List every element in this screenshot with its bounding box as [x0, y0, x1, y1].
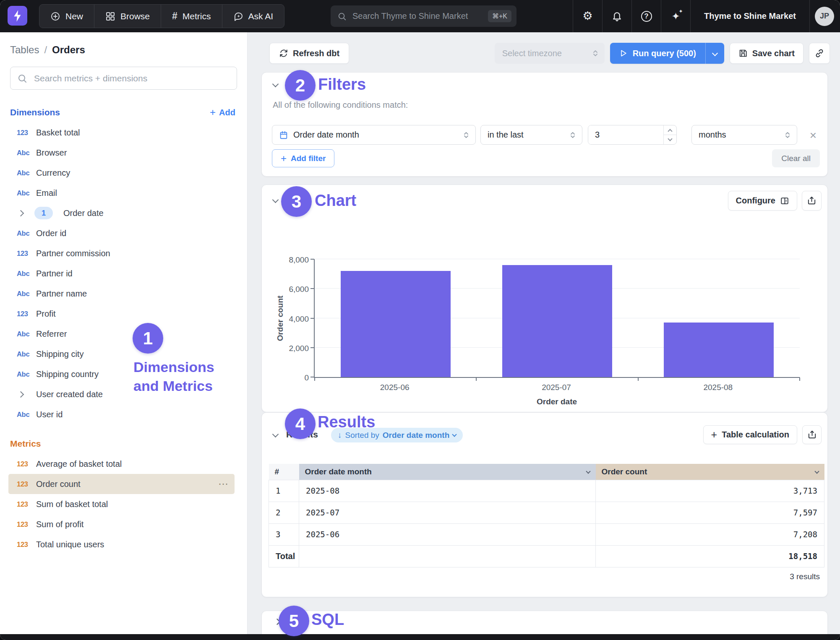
sidebar-metric-order-count[interactable]: 123 Order count ⋯ — [8, 474, 235, 494]
metric-cell[interactable]: 7,597 — [596, 502, 824, 523]
sidebar-dimension-order-id[interactable]: Abc Order id — [8, 223, 235, 243]
sidebar-dimension-email[interactable]: Abc Email — [8, 183, 235, 203]
collapse-chart-chevron[interactable] — [272, 197, 279, 203]
timezone-select[interactable]: Select timezone — [495, 43, 605, 64]
app-logo[interactable] — [8, 6, 27, 26]
sidebar-dimension-partner-name[interactable]: Abc Partner name — [8, 284, 235, 304]
fields-search-input[interactable] — [33, 73, 230, 84]
expand-chevron-icon[interactable] — [18, 391, 24, 398]
field-menu-button[interactable]: ⋯ — [218, 479, 229, 489]
expand-sql-chevron[interactable] — [274, 619, 281, 625]
save-icon — [738, 49, 748, 58]
string-type-icon: Abc — [17, 370, 36, 378]
sidebar-dimension-currency[interactable]: Abc Currency — [8, 163, 235, 183]
field-label: Partner name — [36, 289, 87, 299]
run-query-label: Run query (500) — [633, 49, 696, 58]
export-chart-button[interactable] — [802, 191, 822, 211]
search-icon — [17, 73, 27, 83]
sql-card-title: SQL — [285, 617, 303, 627]
sorted-by-pill[interactable]: ↓ Sorted by Order date month — [331, 428, 463, 442]
ask-ai-button[interactable]: Ask AI — [222, 5, 284, 28]
help-icon: ? — [641, 11, 652, 22]
run-query-dropdown[interactable] — [705, 43, 724, 64]
share-link-button[interactable] — [809, 43, 830, 64]
dimension-column-header[interactable]: Order date month — [299, 464, 596, 480]
filter-value-field[interactable] — [588, 125, 663, 144]
fields-search[interactable] — [10, 67, 237, 90]
add-filter-button[interactable]: + Add filter — [272, 149, 334, 167]
run-query-button[interactable]: Run query (500) — [610, 43, 724, 64]
numeric-type-icon: 123 — [17, 541, 36, 549]
global-search[interactable]: ⌘+K — [331, 5, 517, 27]
sidebar-dimension-basket-total[interactable]: 123 Basket total — [8, 122, 235, 143]
bar-2025-07[interactable] — [502, 265, 612, 377]
help-button[interactable]: ? — [631, 0, 661, 32]
table-calculation-button[interactable]: + Table calculation — [703, 425, 797, 444]
whats-new-button[interactable]: ✦✦ — [661, 0, 690, 32]
clear-all-button[interactable]: Clear all — [772, 149, 820, 167]
string-type-icon: Abc — [17, 189, 36, 197]
sidebar-dimension-referrer[interactable]: Abc Referrer — [8, 324, 235, 344]
metric-cell[interactable]: 7,208 — [596, 523, 824, 545]
sidebar-dimension-order-date[interactable]: 1 Order date — [8, 203, 235, 223]
export-results-button[interactable] — [802, 425, 822, 444]
navbar-right: ⚙ ? ✦✦ Thyme to Shine Market JP — [573, 0, 840, 32]
string-type-icon: Abc — [17, 169, 36, 177]
sidebar-dimension-user-created-date[interactable]: User created date — [8, 384, 235, 404]
metric-column-header[interactable]: Order count — [596, 464, 824, 480]
sidebar-dimension-shipping-city[interactable]: Abc Shipping city — [8, 344, 235, 364]
global-search-input[interactable] — [352, 11, 488, 21]
dimension-cell[interactable]: 2025-07 — [299, 502, 596, 523]
browse-button[interactable]: Browse — [94, 5, 161, 28]
increment-button[interactable] — [664, 125, 676, 135]
y-tick-label: 6,000 — [262, 284, 309, 294]
filter-value-input[interactable] — [588, 125, 677, 145]
bar-2025-08[interactable] — [664, 323, 774, 377]
sidebar-dimension-shipping-country[interactable]: Abc Shipping country — [8, 364, 235, 384]
dimension-cell[interactable]: 2025-06 — [299, 523, 596, 545]
filter-operator-select[interactable]: in the last — [480, 125, 582, 145]
y-tick-label: 2,000 — [262, 343, 309, 354]
bottom-panel-edge — [0, 634, 840, 640]
settings-button[interactable]: ⚙ — [573, 0, 602, 32]
refresh-dbt-button[interactable]: Refresh dbt — [269, 43, 349, 64]
sidebar-metric-total-unique-users[interactable]: 123 Total unique users — [8, 534, 235, 554]
refresh-label: Refresh dbt — [293, 49, 339, 58]
filter-field-select[interactable]: Order date month — [272, 125, 476, 145]
sql-card: SQL — [261, 611, 828, 635]
refresh-icon — [279, 49, 288, 58]
expand-chevron-icon[interactable] — [18, 210, 24, 216]
run-query-main[interactable]: Run query (500) — [610, 43, 705, 64]
sidebar-dimension-partner-commission[interactable]: 123 Partner commission — [8, 243, 235, 263]
collapse-results-chevron[interactable] — [272, 431, 279, 438]
configure-button[interactable]: Configure — [728, 191, 797, 211]
row-number-cell: 1 — [269, 480, 299, 502]
new-button[interactable]: New — [39, 5, 94, 28]
y-tick-mark — [310, 318, 314, 319]
sidebar-metric-sum-of-basket-total[interactable]: 123 Sum of basket total — [8, 494, 235, 514]
collapse-filters-chevron[interactable] — [272, 81, 279, 88]
field-label: Order count — [36, 479, 81, 489]
remove-filter-button[interactable]: × — [806, 128, 820, 143]
user-avatar[interactable]: JP — [815, 7, 834, 26]
sidebar-metric-sum-of-profit[interactable]: 123 Sum of profit — [8, 514, 235, 534]
decrement-button[interactable] — [664, 135, 676, 144]
sidebar-dimension-profit[interactable]: 123 Profit — [8, 304, 235, 324]
breadcrumb-tables-link[interactable]: Tables — [10, 44, 39, 56]
sidebar-dimension-browser[interactable]: Abc Browser — [8, 143, 235, 163]
metrics-list: 123 Average of basket total 123 Order co… — [0, 454, 247, 554]
filter-unit-select[interactable]: months — [691, 125, 797, 145]
project-switcher[interactable]: Thyme to Shine Market — [690, 0, 810, 32]
sidebar-dimension-partner-id[interactable]: Abc Partner id — [8, 263, 235, 284]
save-chart-button[interactable]: Save chart — [730, 43, 803, 64]
metric-cell[interactable]: 3,713 — [596, 480, 824, 502]
metrics-button[interactable]: # Metrics — [161, 5, 222, 28]
sidebar-dimension-user-id[interactable]: Abc User id — [8, 404, 235, 424]
dimension-cell[interactable]: 2025-08 — [299, 480, 596, 502]
notifications-button[interactable] — [602, 0, 631, 32]
bar-2025-06[interactable] — [341, 271, 451, 377]
sidebar-metric-average-of-basket-total[interactable]: 123 Average of basket total — [8, 454, 235, 474]
y-tick-mark — [310, 347, 314, 348]
add-dimension-button[interactable]: + Add — [210, 107, 235, 117]
search-icon — [337, 12, 347, 21]
